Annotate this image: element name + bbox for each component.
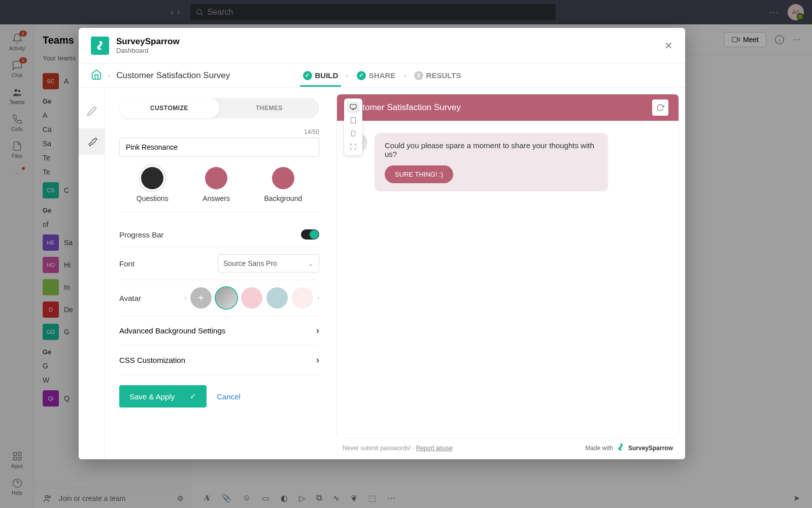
char-counter: 14/50: [119, 128, 319, 136]
tab-customize[interactable]: CUSTOMIZE: [119, 98, 219, 118]
chevron-right-icon: ›: [403, 72, 405, 79]
surveysparrow-modal: SurveySparrow Dashboard ✕ › Customer Sat…: [79, 28, 685, 459]
preview-frame: Customer Satisfaction Survey Could you p…: [336, 94, 679, 438]
tab-themes[interactable]: THEMES: [219, 98, 319, 118]
color-label: Answers: [202, 194, 230, 202]
color-label: Questions: [137, 194, 168, 202]
tab-toggle: CUSTOMIZE THEMES: [119, 98, 319, 118]
footer-warning: Never submit passwords!: [343, 445, 411, 452]
avatar-option[interactable]: [216, 287, 237, 309]
progress-bar-label: Progress Bar: [119, 230, 164, 239]
chat-message: Could you please spare a moment to share…: [385, 141, 598, 158]
theme-name-input[interactable]: [119, 138, 319, 157]
cancel-button[interactable]: Cancel: [217, 392, 241, 401]
customize-panel: CUSTOMIZE THEMES 14/50 Questions Answers…: [105, 88, 333, 459]
advanced-bg-row[interactable]: Advanced Background Settings ›: [119, 316, 319, 346]
close-icon[interactable]: ✕: [664, 40, 673, 52]
css-custom-row[interactable]: CSS Customization ›: [119, 346, 319, 375]
preview-footer: Never submit passwords! · Report abuse M…: [336, 438, 679, 453]
tool-brush[interactable]: [79, 128, 105, 155]
modal-subtitle: Dashboard: [116, 47, 180, 54]
svg-rect-17: [350, 105, 356, 109]
step-results[interactable]: 3 RESULTS: [411, 65, 464, 86]
progress-bar-row: Progress Bar: [119, 222, 319, 247]
avatar-prev-icon[interactable]: ‹: [184, 294, 186, 301]
home-icon[interactable]: [91, 69, 102, 82]
chevron-right-icon: ›: [346, 72, 348, 79]
font-row: Font Source Sans Pro ⌄: [119, 247, 319, 280]
svg-rect-22: [352, 131, 355, 136]
svg-rect-20: [351, 117, 355, 123]
check-icon: ✓: [303, 71, 312, 80]
step-build[interactable]: ✓ BUILD: [300, 65, 342, 86]
device-tablet-icon[interactable]: [347, 115, 359, 126]
avatar-next-icon[interactable]: ›: [317, 294, 319, 301]
chat-bubble: Could you please spare a moment to share…: [375, 133, 608, 191]
modal-header: SurveySparrow Dashboard ✕: [79, 28, 685, 63]
avatar-row: Avatar ‹ + ›: [119, 280, 319, 316]
preview-header: Customer Satisfaction Survey: [337, 94, 679, 121]
refresh-icon[interactable]: [652, 99, 668, 116]
breadcrumb-steps-row: › Customer Satisfaction Survey ✓ BUILD ›…: [79, 63, 685, 88]
check-icon: ✓: [357, 71, 366, 80]
surveysparrow-logo: [91, 37, 109, 55]
font-label: Font: [119, 259, 134, 268]
chevron-down-icon: ⌄: [308, 259, 314, 267]
surveysparrow-mini-logo: [616, 443, 625, 453]
chevron-right-icon: ›: [316, 325, 319, 336]
device-desktop-icon[interactable]: [347, 101, 359, 113]
background-color-swatch[interactable]: [272, 167, 294, 189]
chat-preview: Could you please spare a moment to share…: [337, 121, 679, 204]
save-apply-button[interactable]: Save & Apply ✓: [119, 385, 207, 408]
avatar-option[interactable]: [292, 287, 313, 309]
chevron-right-icon: ›: [316, 355, 319, 365]
device-mobile-icon[interactable]: [347, 128, 359, 139]
check-icon: ✓: [190, 392, 196, 401]
footer-brand: SurveySparrow: [628, 445, 673, 452]
device-switcher: [344, 98, 362, 155]
device-fullscreen-icon[interactable]: [347, 141, 359, 152]
sure-thing-button[interactable]: SURE THING! :): [385, 165, 453, 183]
questions-color-swatch[interactable]: [141, 167, 163, 189]
avatar-label: Avatar: [119, 294, 141, 302]
avatar-add[interactable]: +: [190, 287, 212, 309]
preview-title: Customer Satisfaction Survey: [347, 103, 461, 113]
avatar-option[interactable]: [266, 287, 288, 309]
step-share[interactable]: ✓ SHARE: [354, 65, 399, 86]
report-abuse-link[interactable]: Report abuse: [416, 445, 453, 452]
color-picker-row: Questions Answers Background: [119, 167, 319, 212]
color-label: Background: [264, 194, 302, 202]
breadcrumb[interactable]: Customer Satisfaction Survey: [116, 71, 230, 81]
tool-pencil[interactable]: [79, 98, 105, 124]
active-step-underline: [300, 85, 342, 87]
font-select[interactable]: Source Sans Pro ⌄: [218, 254, 319, 273]
tool-rail: [79, 88, 105, 459]
chevron-right-icon: ›: [108, 72, 110, 79]
progress-bar-toggle[interactable]: [301, 229, 319, 240]
answers-color-swatch[interactable]: [205, 167, 227, 189]
modal-title: SurveySparrow: [116, 37, 180, 47]
avatar-option[interactable]: [241, 287, 262, 309]
preview-panel: Customer Satisfaction Survey Could you p…: [333, 88, 685, 459]
